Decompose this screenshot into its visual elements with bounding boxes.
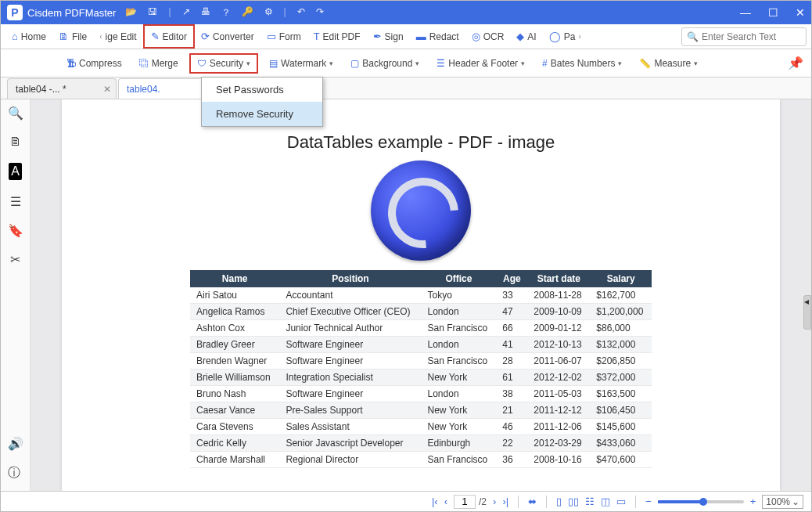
bookmark-panel-icon[interactable]: 🔖 xyxy=(8,223,23,238)
chevron-down-icon: ▾ xyxy=(329,59,333,67)
page-total: /2 xyxy=(479,496,487,507)
ocr-icon: ◎ xyxy=(472,31,480,42)
tool-security[interactable]: 🛡Security▾ xyxy=(189,53,258,74)
fit-width-icon[interactable]: ⬌ xyxy=(528,496,537,507)
help-icon[interactable]: ？ xyxy=(221,6,231,20)
search-box[interactable]: 🔍 xyxy=(681,27,807,46)
editor-toolbar: 🗜Compress ⿻Merge 🛡Security▾ ▤Watermark▾ … xyxy=(1,49,811,78)
security-dropdown: Set Passwords Remove Security xyxy=(201,77,323,127)
table-row: Ashton CoxJunior Technical AuthorSan Fra… xyxy=(190,320,652,337)
two-page-icon[interactable]: ▯▯ xyxy=(568,496,579,507)
header-footer-icon: ☰ xyxy=(437,58,445,69)
zoom-in-icon[interactable]: + xyxy=(750,496,756,507)
redact-icon: ▬ xyxy=(416,31,426,42)
zoom-out-icon[interactable]: − xyxy=(645,496,652,507)
search-input[interactable] xyxy=(702,31,801,42)
side-panel: 🔍 🗎 A ☰ 🔖 ✂ 🔊 ⓘ xyxy=(1,99,31,491)
chevron-down-icon: ▾ xyxy=(694,59,698,67)
tab-converter[interactable]: ⟳Converter xyxy=(195,24,260,49)
pages-panel-icon[interactable]: 🗎 xyxy=(9,135,22,149)
zoom-select[interactable]: 100%⌄ xyxy=(762,495,803,509)
doc-tab-1[interactable]: table04 -... *✕ xyxy=(7,78,117,99)
last-page-icon[interactable]: ›| xyxy=(502,496,508,507)
redo-icon[interactable]: ↷ xyxy=(316,6,324,20)
tab-file[interactable]: 🗎File xyxy=(52,24,93,49)
search-panel-icon[interactable]: 🔍 xyxy=(8,106,23,121)
col-age: Age xyxy=(496,270,527,287)
print-icon[interactable]: 🖶 xyxy=(201,6,210,20)
pin-icon[interactable]: 📌 xyxy=(788,56,803,70)
tool-watermark[interactable]: ▤Watermark▾ xyxy=(263,55,340,72)
tool-merge[interactable]: ⿻Merge xyxy=(133,55,185,72)
tool-compress[interactable]: 🗜Compress xyxy=(60,55,128,72)
fit-page-icon[interactable]: ▯ xyxy=(556,496,562,507)
tool-bates[interactable]: #Bates Numbers▾ xyxy=(536,55,628,72)
edit-icon: ✎ xyxy=(151,31,160,42)
tool-measure[interactable]: 📏Measure▾ xyxy=(633,55,704,72)
workarea: 🔍 🗎 A ☰ 🔖 ✂ 🔊 ⓘ ▸ DataTables example - P… xyxy=(1,99,811,491)
tab-form[interactable]: ▭Form xyxy=(260,24,307,49)
col-position: Position xyxy=(279,270,421,287)
info-icon[interactable]: ⓘ xyxy=(8,465,23,481)
document-title: DataTables example - PDF - image xyxy=(287,132,555,153)
zoom-slider[interactable] xyxy=(658,500,744,503)
menu-set-passwords[interactable]: Set Passwords xyxy=(202,78,322,102)
col-salary: Salary xyxy=(590,270,652,287)
statusbar: |‹ ‹ /2 › ›| ⬌ ▯ ▯▯ ☷ ◫ ▭ − + 100%⌄ xyxy=(1,491,811,511)
tab-home[interactable]: ⌂Home xyxy=(5,24,52,49)
tab-ocr[interactable]: ◎OCR xyxy=(465,24,511,49)
document-logo-image xyxy=(371,160,471,261)
cover-icon[interactable]: ◫ xyxy=(601,496,610,507)
settings-icon[interactable]: ⚙ xyxy=(264,6,273,20)
key-icon[interactable]: 🔑 xyxy=(242,6,253,20)
read-mode-icon[interactable]: ▭ xyxy=(616,496,626,507)
chevron-down-icon: ▾ xyxy=(521,59,525,67)
file-icon: 🗎 xyxy=(59,31,69,42)
tool-header-footer[interactable]: ☰Header & Footer▾ xyxy=(430,55,531,72)
tab-redact[interactable]: ▬Redact xyxy=(410,24,465,49)
form-icon: ▭ xyxy=(267,31,276,42)
close-icon[interactable]: ✕ xyxy=(103,84,111,95)
tab-editor[interactable]: ✎Editor xyxy=(143,24,195,49)
tab-scroll-left[interactable]: ‹ige Edit xyxy=(93,24,142,49)
window-close-icon[interactable]: ✕ xyxy=(796,6,805,19)
table-row: Bradley GreerSoftware EngineerLondon4120… xyxy=(190,337,652,353)
panel-expand-right[interactable]: ◂ xyxy=(803,295,811,330)
chevron-down-icon: ▾ xyxy=(246,59,250,67)
save-icon[interactable]: 🖫 xyxy=(148,6,157,20)
share-icon[interactable]: ↗ xyxy=(182,6,190,20)
compress-icon: 🗜 xyxy=(66,58,76,69)
undo-icon[interactable]: ↶ xyxy=(297,6,305,20)
col-start: Start date xyxy=(527,270,590,287)
tab-edit-pdf[interactable]: TEdit PDF xyxy=(307,24,367,49)
app-name: Cisdem PDFMaster xyxy=(27,7,116,19)
continuous-icon[interactable]: ☷ xyxy=(585,496,595,507)
window-minimize-icon[interactable]: — xyxy=(740,6,751,19)
convert-icon: ⟳ xyxy=(201,31,210,42)
chevron-left-icon: ‹ xyxy=(99,32,102,41)
tool-background[interactable]: ▢Background▾ xyxy=(344,55,426,72)
sign-icon: ✒ xyxy=(373,31,382,42)
sound-icon[interactable]: 🔊 xyxy=(8,436,23,451)
window-maximize-icon[interactable]: ☐ xyxy=(768,6,778,19)
table-row: Caesar VancePre-Sales SupportNew York212… xyxy=(190,402,652,419)
annotations-panel-icon[interactable]: A xyxy=(9,163,22,180)
chevron-down-icon: ⌄ xyxy=(792,496,799,507)
home-icon: ⌂ xyxy=(12,31,18,42)
tab-sign[interactable]: ✒Sign xyxy=(367,24,410,49)
table-row: Angelica RamosChief Executive Officer (C… xyxy=(190,304,652,320)
menu-remove-security[interactable]: Remove Security xyxy=(202,102,322,126)
folder-open-icon[interactable]: 📂 xyxy=(125,6,137,20)
chevron-right-icon: › xyxy=(578,32,580,41)
outline-panel-icon[interactable]: ☰ xyxy=(10,194,21,209)
tab-scroll-right[interactable]: ◯Pa› xyxy=(543,24,587,49)
table-row: Cara StevensSales AssistantNew York46201… xyxy=(190,419,652,435)
tab-ai[interactable]: ◆AI xyxy=(510,24,542,49)
first-page-icon[interactable]: |‹ xyxy=(432,496,438,507)
shield-icon: 🛡 xyxy=(197,58,207,69)
page-viewport[interactable]: DataTables example - PDF - image Name Po… xyxy=(31,99,811,491)
cut-panel-icon[interactable]: ✂ xyxy=(10,252,20,267)
prev-page-icon[interactable]: ‹ xyxy=(444,496,447,507)
page-input[interactable] xyxy=(454,495,476,509)
next-page-icon[interactable]: › xyxy=(493,496,496,507)
